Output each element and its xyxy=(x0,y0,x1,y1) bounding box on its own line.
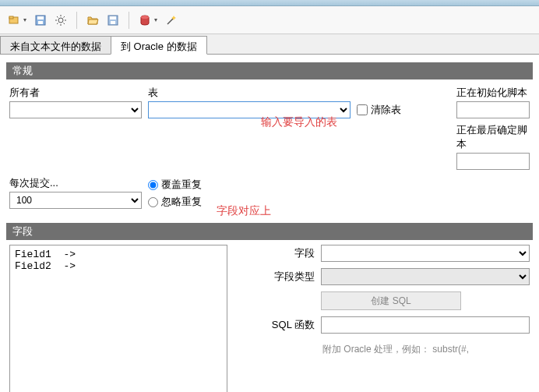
sql-func-note: 附加 Oracle 处理，例如： substr(#, xyxy=(322,343,530,356)
dropdown-arrow-icon[interactable]: ▾ xyxy=(154,16,157,23)
owner-select[interactable] xyxy=(9,101,142,118)
overwrite-label: 覆盖重复 xyxy=(161,178,202,192)
clear-table-checkbox[interactable]: 清除表 xyxy=(357,103,450,117)
field-type-select[interactable] xyxy=(321,268,530,285)
toolbar-separator xyxy=(129,12,129,29)
overwrite-radio[interactable]: 覆盖重复 xyxy=(148,178,351,192)
field-label: 字段 xyxy=(237,246,315,260)
svg-line-12 xyxy=(57,23,58,24)
folder-open-icon[interactable] xyxy=(85,12,100,28)
toolbar-separator xyxy=(76,12,77,29)
clear-table-label: 清除表 xyxy=(371,103,401,117)
fields-right-panel: 字段 字段类型 创建 SQL SQL 函数 附加 Oracle 处理，例如： s… xyxy=(237,245,530,392)
sql-func-label: SQL 函数 xyxy=(237,318,315,332)
init-script-input[interactable] xyxy=(456,101,530,118)
section-fields-header: 字段 xyxy=(6,223,533,240)
svg-line-11 xyxy=(64,23,65,24)
svg-rect-4 xyxy=(38,21,43,24)
svg-rect-1 xyxy=(9,16,13,19)
ignore-radio-input[interactable] xyxy=(148,197,158,207)
window-titlebar xyxy=(0,0,539,6)
create-sql-button[interactable]: 创建 SQL xyxy=(321,291,461,310)
svg-rect-16 xyxy=(111,21,115,24)
hint-field-match: 字段对应上 xyxy=(217,204,271,218)
table-label: 表 xyxy=(148,86,351,101)
svg-point-18 xyxy=(141,16,149,19)
tab-to-oracle[interactable]: 到 Oracle 的数据 xyxy=(111,36,207,55)
owner-label: 所有者 xyxy=(9,86,142,101)
section-general-header: 常规 xyxy=(6,62,533,79)
svg-rect-15 xyxy=(110,16,116,19)
general-form: 所有者 表 清除表 正在初始化脚本 正在最后确定脚本 每次提交... xyxy=(6,79,533,218)
init-script-label: 正在初始化脚本 xyxy=(456,86,530,101)
commit-select[interactable]: 100 xyxy=(9,192,142,209)
save-disk-icon[interactable] xyxy=(105,12,121,28)
svg-point-5 xyxy=(58,18,63,23)
wand-icon[interactable] xyxy=(164,12,179,28)
commit-every-label: 每次提交... xyxy=(9,176,142,192)
ignore-label: 忽略重复 xyxy=(161,195,202,209)
clear-table-input[interactable] xyxy=(357,104,368,115)
final-script-input[interactable] xyxy=(456,153,530,170)
tab-from-text[interactable]: 来自文本文件的数据 xyxy=(0,36,111,54)
svg-line-13 xyxy=(64,16,65,18)
final-script-label: 正在最后确定脚本 xyxy=(456,123,530,153)
hint-input-table: 输入要导入的表 xyxy=(261,115,337,129)
dropdown-arrow-icon[interactable]: ▾ xyxy=(23,16,26,23)
tab-bar: 来自文本文件的数据 到 Oracle 的数据 xyxy=(0,34,539,55)
database-icon[interactable] xyxy=(137,12,153,28)
fields-listbox[interactable]: Field1 -> Field2 -> xyxy=(9,245,227,392)
sun-icon[interactable] xyxy=(53,12,69,28)
content-area: 常规 所有者 表 清除表 正在初始化脚本 正在最后确定脚本 xyxy=(0,55,539,392)
toolbar: ▾ ▾ xyxy=(0,6,539,34)
save-icon[interactable] xyxy=(33,12,48,28)
field-type-label: 字段类型 xyxy=(237,270,315,284)
overwrite-radio-input[interactable] xyxy=(148,180,158,190)
svg-rect-3 xyxy=(37,16,44,19)
open-icon[interactable] xyxy=(6,12,22,28)
svg-line-10 xyxy=(57,16,58,18)
sql-func-input[interactable] xyxy=(321,316,530,334)
field-select[interactable] xyxy=(321,245,530,262)
fields-area: Field1 -> Field2 -> 字段 字段类型 创建 SQL SQL 函… xyxy=(6,240,533,392)
